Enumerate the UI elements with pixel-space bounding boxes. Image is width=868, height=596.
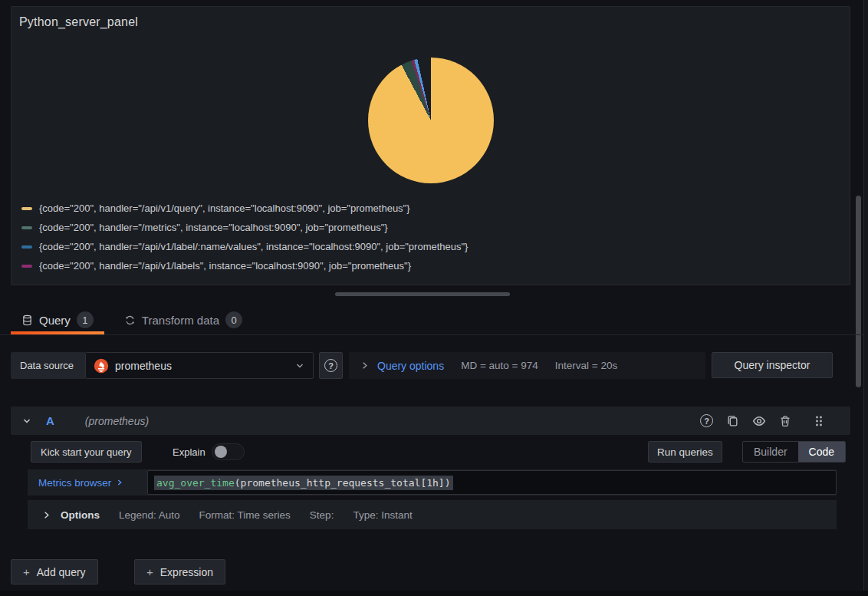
explain-label: Explain [173,446,205,458]
legend-label: {code="200", handler="/api/v1/label/:nam… [39,241,468,252]
editor-tabs: Query 1 Transform data 0 [0,305,863,335]
drag-handle-icon[interactable] [814,415,824,427]
legend-item[interactable]: {code="200", handler="/api/v1/label/:nam… [21,240,468,253]
promql-args: (prometheus_http_requests_total[1h]) [235,476,453,490]
query-count-badge: 1 [77,311,94,328]
chevron-right-icon [360,361,370,370]
interval-value: Interval = 20s [555,360,617,371]
visualization-panel: Python_server_panel {code="200", handler… [11,6,850,285]
legend-swatch [21,245,32,249]
options-type-value: Type: Instant [353,509,412,521]
transform-icon [124,314,136,326]
question-circle-icon: ? [324,359,337,372]
legend-item[interactable]: {code="200", handler="/api/v1/query", in… [21,202,468,215]
legend-item[interactable]: {code="200", handler="/metrics", instanc… [21,221,468,234]
query-datasource-hint: (prometheus) [85,415,149,427]
prometheus-logo [94,358,109,374]
legend-swatch [21,265,32,268]
delete-query-trash-icon[interactable] [779,415,791,427]
query-options-collapsed-row[interactable]: Options Legend: Auto Format: Time series… [28,500,837,529]
chevron-right-icon [115,478,124,487]
explain-toggle[interactable] [212,443,245,460]
promql-editor[interactable]: avg_over_time(prometheus_http_requests_t… [147,470,837,495]
query-options-bar[interactable]: Query options MD = auto = 974 Interval =… [349,352,705,379]
chevron-down-icon [294,361,305,371]
expression-row: Metrics browser avg_over_time(prometheus… [28,469,837,496]
plus-icon: + [23,565,30,578]
datasource-value: prometheus [115,360,172,372]
datasource-picker[interactable]: prometheus [85,352,314,379]
pie-legend: {code="200", handler="/api/v1/query", in… [21,202,468,272]
query-inspector-button[interactable]: Query inspector [712,352,833,378]
transform-count-badge: 0 [225,311,242,328]
right-pane-edge [863,0,868,596]
promql-function: avg_over_time [154,476,235,490]
max-data-points-value: MD = auto = 974 [461,360,538,371]
query-row-actions: ? [700,414,824,428]
plus-icon: + [146,565,153,578]
query-help-icon[interactable]: ? [700,414,713,427]
options-legend-value: Legend: Auto [119,509,180,521]
chevron-right-icon [41,510,51,520]
panel-title[interactable]: Python_server_panel [19,15,138,29]
collapse-chevron-icon[interactable] [21,416,32,426]
add-expression-button[interactable]: + Expression [134,559,225,584]
query-options-link: Query options [377,360,444,372]
code-mode-option[interactable]: Code [798,442,845,462]
editor-mode-switch: Builder Code [742,441,846,463]
vertical-scrollbar[interactable] [856,196,861,387]
legend-swatch [21,226,32,229]
tab-query-label: Query [39,314,71,327]
tab-transform-data[interactable]: Transform data 0 [113,305,253,334]
legend-label: {code="200", handler="/api/v1/query", in… [39,203,410,214]
legend-label: {code="200", handler="/metrics", instanc… [39,222,388,233]
hide-query-eye-icon[interactable] [752,414,766,428]
legend-item[interactable]: {code="200", handler="/api/v1/labels", i… [21,259,468,272]
query-row-header[interactable]: A (prometheus) ? [11,407,850,435]
bottom-edge [0,591,868,596]
tab-transform-label: Transform data [142,314,219,327]
builder-mode-option[interactable]: Builder [743,442,798,462]
horizontal-scrollbar[interactable] [335,292,510,296]
toggle-knob [215,446,227,458]
options-step-value: Step: [310,509,334,521]
run-queries-button[interactable]: Run queries [648,441,722,463]
pie-chart[interactable] [368,58,494,183]
grafana-panel-editor: Python_server_panel {code="200", handler… [0,0,868,596]
kick-start-query-button[interactable]: Kick start your query [31,441,142,463]
legend-label: {code="200", handler="/api/v1/labels", i… [39,260,411,272]
options-title: Options [61,509,100,521]
duplicate-query-icon[interactable] [726,414,739,427]
datasource-help-button[interactable]: ? [319,352,343,379]
datasource-label: Data source [11,352,85,379]
database-icon [21,314,33,326]
metrics-browser-link[interactable]: Metrics browser [28,477,147,489]
legend-swatch [21,207,32,210]
options-format-value: Format: Time series [199,509,291,521]
tab-query[interactable]: Query 1 [11,305,104,334]
query-ref-id: A [46,414,54,427]
add-query-button[interactable]: + Add query [11,559,98,584]
